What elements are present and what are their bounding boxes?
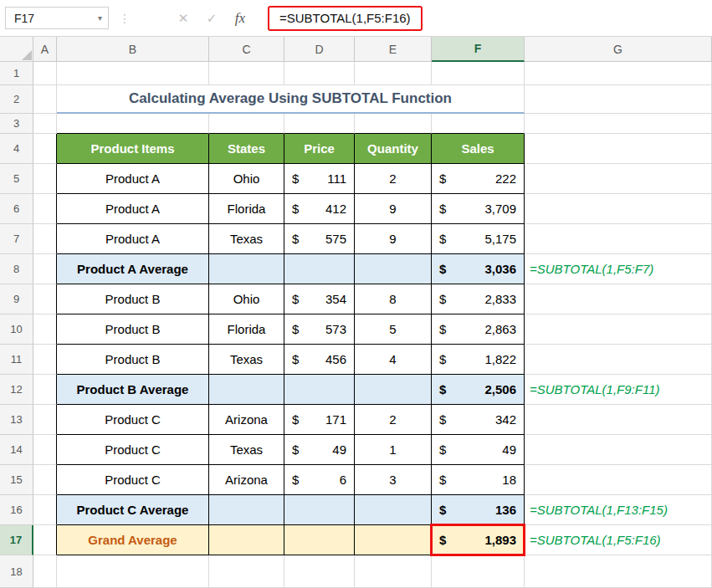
cell[interactable] — [525, 194, 712, 224]
cell-product[interactable]: Product B — [57, 284, 209, 314]
cell[interactable] — [284, 114, 355, 134]
cell-quantity[interactable]: 1 — [355, 435, 432, 465]
cell[interactable] — [355, 62, 432, 85]
cell-average-label[interactable]: Product B Average — [57, 375, 209, 405]
column-header-d[interactable]: D — [284, 37, 355, 62]
insert-function-icon[interactable]: fx — [226, 7, 254, 29]
column-header-f-selected[interactable]: F — [432, 37, 525, 62]
cell-average-sales[interactable]: $2,506 — [432, 375, 525, 405]
row-header-12[interactable]: 12 — [0, 375, 33, 405]
cell[interactable] — [33, 435, 57, 465]
cell[interactable] — [33, 525, 57, 555]
column-header-e[interactable]: E — [355, 37, 432, 62]
cell[interactable] — [284, 555, 355, 588]
row-header-10[interactable]: 10 — [0, 314, 33, 345]
cell[interactable] — [432, 555, 525, 588]
table-header-quantity[interactable]: Quantity — [355, 134, 432, 164]
row-header-2[interactable]: 2 — [0, 85, 33, 114]
sheet-title-cell[interactable]: Calculating Average Using SUBTOTAL Funct… — [57, 85, 525, 114]
cell-state[interactable]: Arizona — [209, 465, 284, 495]
cell-price[interactable]: $456 — [284, 345, 355, 375]
cell-quantity[interactable]: 5 — [355, 314, 432, 345]
cell[interactable] — [33, 224, 57, 254]
row-header-4[interactable]: 4 — [0, 134, 33, 164]
cell[interactable] — [33, 62, 57, 85]
cell-state[interactable]: Florida — [209, 314, 284, 345]
cell-price[interactable]: $171 — [284, 405, 355, 435]
table-header-product-items[interactable]: Product Items — [57, 134, 209, 164]
cell-sales[interactable]: $222 — [432, 164, 525, 194]
cell-grand-average-label[interactable]: Grand Average — [57, 525, 209, 555]
cell-sales[interactable]: $5,175 — [432, 224, 525, 254]
cell-state[interactable]: Arizona — [209, 405, 284, 435]
cell-sales[interactable]: $49 — [432, 435, 525, 465]
cell[interactable] — [33, 134, 57, 164]
cell[interactable] — [57, 114, 209, 134]
cell[interactable] — [284, 525, 355, 555]
cell[interactable] — [355, 375, 432, 405]
row-header-9[interactable]: 9 — [0, 284, 33, 314]
cell[interactable] — [33, 555, 57, 588]
cell[interactable] — [525, 134, 712, 164]
cell-sales[interactable]: $342 — [432, 405, 525, 435]
cell-average-label[interactable]: Product C Average — [57, 495, 209, 525]
cell[interactable] — [209, 555, 284, 588]
cell[interactable] — [33, 495, 57, 525]
cell[interactable] — [284, 254, 355, 284]
cell-price[interactable]: $573 — [284, 314, 355, 345]
cell[interactable] — [525, 224, 712, 254]
cell-sales[interactable]: $2,833 — [432, 284, 525, 314]
cell-quantity[interactable]: 2 — [355, 405, 432, 435]
cell-state[interactable]: Florida — [209, 194, 284, 224]
cell[interactable] — [284, 375, 355, 405]
cell-average-label[interactable]: Product A Average — [57, 254, 209, 284]
cell[interactable] — [33, 254, 57, 284]
cell-average-sales[interactable]: $3,036 — [432, 254, 525, 284]
cell-quantity[interactable]: 9 — [355, 194, 432, 224]
cell-quantity[interactable]: 8 — [355, 284, 432, 314]
cell-price[interactable]: $412 — [284, 194, 355, 224]
cell[interactable] — [525, 164, 712, 194]
row-header-3[interactable]: 3 — [0, 114, 33, 134]
row-header-18[interactable]: 18 — [0, 555, 33, 588]
selected-cell-f17[interactable]: $1,893 — [432, 525, 525, 555]
row-header-16[interactable]: 16 — [0, 495, 33, 525]
row-header-13[interactable]: 13 — [0, 405, 33, 435]
cancel-icon[interactable]: ✕ — [169, 7, 197, 29]
cell[interactable] — [33, 85, 57, 114]
cell-price[interactable]: $6 — [284, 465, 355, 495]
cell[interactable] — [355, 525, 432, 555]
cell[interactable] — [33, 194, 57, 224]
cell[interactable] — [284, 62, 355, 85]
cell-product[interactable]: Product A — [57, 224, 209, 254]
cell[interactable] — [209, 495, 284, 525]
cell-state[interactable]: Texas — [209, 224, 284, 254]
column-header-c[interactable]: C — [209, 37, 284, 62]
row-header-8[interactable]: 8 — [0, 254, 33, 284]
row-header-1[interactable]: 1 — [0, 62, 33, 85]
cell-price[interactable]: $111 — [284, 164, 355, 194]
cell-quantity[interactable]: 2 — [355, 164, 432, 194]
cell[interactable] — [209, 62, 284, 85]
row-header-5[interactable]: 5 — [0, 164, 33, 194]
table-header-states[interactable]: States — [209, 134, 284, 164]
cell[interactable] — [355, 495, 432, 525]
cell-price[interactable]: $354 — [284, 284, 355, 314]
row-header-11[interactable]: 11 — [0, 345, 33, 375]
cell-product[interactable]: Product B — [57, 314, 209, 345]
cell-sales[interactable]: $18 — [432, 465, 525, 495]
cell-average-sales[interactable]: $136 — [432, 495, 525, 525]
cell-state[interactable]: Ohio — [209, 164, 284, 194]
cell[interactable] — [209, 525, 284, 555]
cell-product[interactable]: Product A — [57, 194, 209, 224]
cell[interactable] — [525, 62, 712, 85]
row-header-15[interactable]: 15 — [0, 465, 33, 495]
enter-icon[interactable]: ✓ — [197, 7, 226, 29]
cell[interactable] — [57, 62, 209, 85]
cell-quantity[interactable]: 3 — [355, 465, 432, 495]
cell[interactable] — [525, 114, 712, 134]
cell-product[interactable]: Product C — [57, 435, 209, 465]
cell[interactable] — [33, 114, 57, 134]
cell-sales[interactable]: $2,863 — [432, 314, 525, 345]
cell[interactable] — [57, 555, 209, 588]
